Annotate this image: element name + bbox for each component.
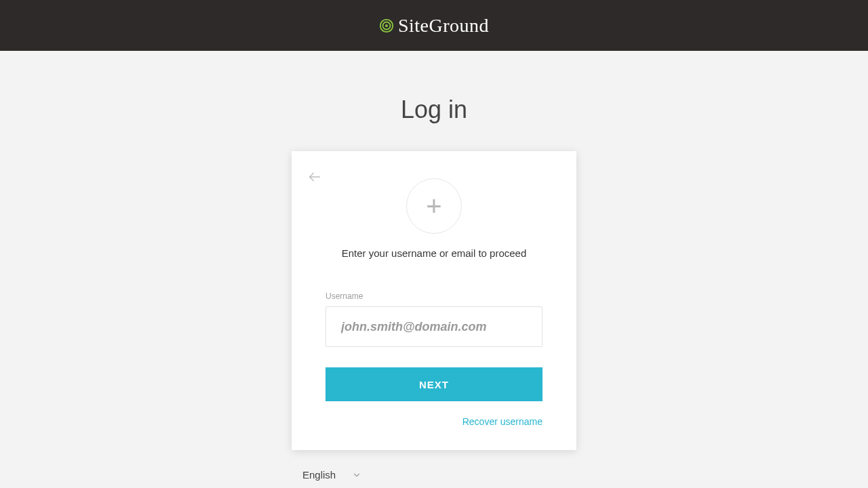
back-button[interactable]	[307, 169, 323, 185]
avatar-placeholder: +	[406, 178, 462, 234]
login-instruction: Enter your username or email to proceed	[326, 247, 542, 259]
login-card: + Enter your username or email to procee…	[292, 151, 576, 450]
recover-username-link[interactable]: Recover username	[326, 416, 542, 427]
arrow-left-icon	[307, 169, 322, 184]
logo-spiral-icon	[379, 18, 394, 33]
username-label: Username	[326, 291, 542, 301]
main-content: Log in + Enter your username or email to…	[0, 51, 868, 481]
language-current: English	[302, 469, 336, 481]
brand-logo[interactable]: SiteGround	[379, 15, 489, 37]
plus-icon: +	[426, 192, 441, 220]
svg-point-2	[385, 24, 388, 26]
username-input[interactable]	[326, 306, 542, 347]
chevron-down-icon	[352, 470, 361, 480]
site-header: SiteGround	[0, 0, 868, 51]
brand-name: SiteGround	[398, 15, 489, 37]
page-title: Log in	[401, 96, 467, 124]
next-button[interactable]: NEXT	[326, 367, 542, 401]
language-switcher[interactable]: English	[292, 469, 576, 481]
